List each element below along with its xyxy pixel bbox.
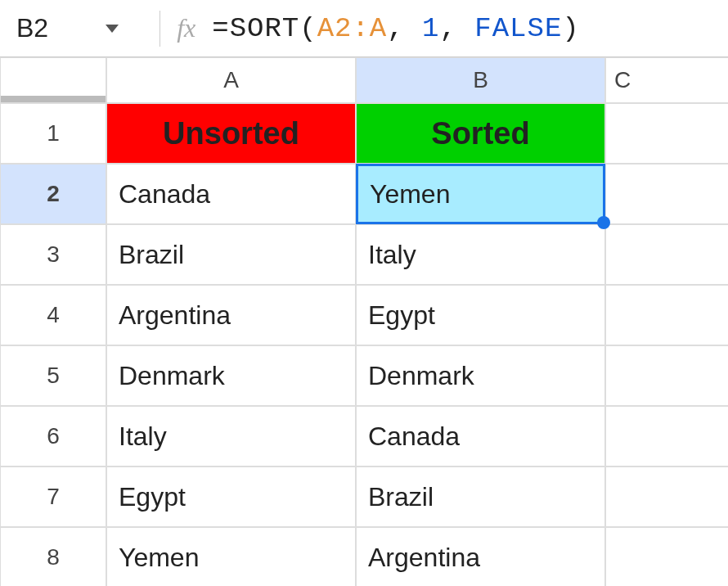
cell-c4[interactable]: [605, 285, 728, 345]
row-header-2[interactable]: 2: [0, 164, 106, 224]
cell-a2[interactable]: Canada: [106, 164, 356, 224]
column-header-c[interactable]: C: [605, 57, 728, 103]
column-header-b[interactable]: B: [356, 57, 605, 103]
cell-c7[interactable]: [605, 467, 728, 527]
row-header-5[interactable]: 5: [0, 345, 106, 406]
fx-icon[interactable]: fx: [177, 13, 195, 43]
formula-input[interactable]: =SORT(A2:A, 1, FALSE): [212, 13, 712, 44]
spreadsheet-grid: A B C 1 Unsorted Sorted 2 Canada Yemen 3…: [0, 57, 728, 586]
row-header-3[interactable]: 3: [0, 224, 106, 285]
cell-a7[interactable]: Egypt: [106, 467, 356, 527]
cell-b1[interactable]: Sorted: [356, 103, 605, 164]
corner-handle: [1, 96, 106, 102]
formula-bar: B2 fx =SORT(A2:A, 1, FALSE): [0, 0, 728, 57]
row-header-8[interactable]: 8: [0, 527, 106, 586]
cell-a4[interactable]: Argentina: [106, 285, 356, 345]
row-header-1[interactable]: 1: [0, 103, 106, 164]
cell-c6[interactable]: [605, 406, 728, 467]
cell-c8[interactable]: [605, 527, 728, 586]
cell-c1[interactable]: [605, 103, 728, 164]
cell-b7[interactable]: Brazil: [356, 467, 605, 527]
cell-b5[interactable]: Denmark: [356, 345, 605, 406]
cell-a5[interactable]: Denmark: [106, 345, 356, 406]
cell-b8[interactable]: Argentina: [356, 527, 605, 586]
cell-b3[interactable]: Italy: [356, 224, 605, 285]
row-header-4[interactable]: 4: [0, 285, 106, 345]
cell-reference: B2: [16, 13, 48, 43]
chevron-down-icon[interactable]: [106, 25, 119, 33]
cell-c5[interactable]: [605, 345, 728, 406]
cell-b4[interactable]: Egypt: [356, 285, 605, 345]
cell-a6[interactable]: Italy: [106, 406, 356, 467]
cell-a8[interactable]: Yemen: [106, 527, 356, 586]
cell-a3[interactable]: Brazil: [106, 224, 356, 285]
cell-b6[interactable]: Canada: [356, 406, 605, 467]
row-header-6[interactable]: 6: [0, 406, 106, 467]
select-all-corner[interactable]: [0, 57, 106, 103]
cell-a1[interactable]: Unsorted: [106, 103, 356, 164]
column-header-a[interactable]: A: [106, 57, 356, 103]
cell-c3[interactable]: [605, 224, 728, 285]
cell-c2[interactable]: [605, 164, 728, 224]
cell-reference-box[interactable]: B2: [16, 13, 143, 43]
cell-b2[interactable]: Yemen: [356, 164, 605, 224]
row-header-7[interactable]: 7: [0, 467, 106, 527]
divider: [160, 11, 160, 47]
